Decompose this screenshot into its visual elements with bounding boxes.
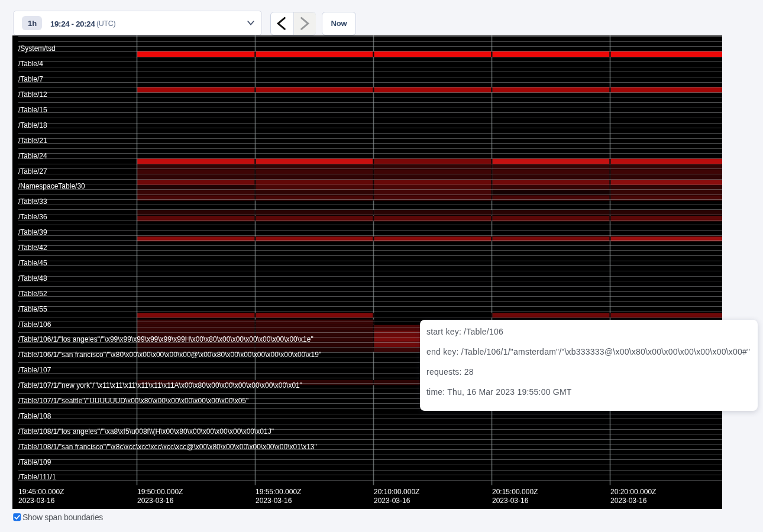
- svg-text:Now: Now: [331, 19, 348, 28]
- svg-text:/Table/42: /Table/42: [18, 244, 47, 252]
- svg-text:/Table/108: /Table/108: [18, 412, 51, 420]
- svg-text:/Table/109: /Table/109: [18, 458, 51, 466]
- svg-text:2023-03-16: 2023-03-16: [610, 497, 647, 505]
- svg-text:/Table/107/1/"seattle"/"UUUUUU: /Table/107/1/"seattle"/"UUUUUUD\x00\x80\…: [18, 397, 248, 405]
- svg-text:/Table/106: /Table/106: [18, 320, 51, 329]
- svg-text:2023-03-16: 2023-03-16: [492, 497, 529, 505]
- svg-text:/Table/106/1/"san francisco"/": /Table/106/1/"san francisco"/"\x80\x00\x…: [18, 351, 321, 359]
- svg-text:/Table/21: /Table/21: [18, 137, 47, 145]
- svg-text:(UTC): (UTC): [96, 20, 115, 28]
- svg-text:2023-03-16: 2023-03-16: [18, 497, 55, 505]
- svg-text:20:20:00.000Z: 20:20:00.000Z: [610, 488, 656, 496]
- svg-text:/Table/55: /Table/55: [18, 305, 47, 313]
- svg-text:/Table/36: /Table/36: [18, 213, 47, 221]
- svg-text:/Table/45: /Table/45: [18, 259, 47, 267]
- svg-text:/Table/24: /Table/24: [18, 152, 47, 160]
- svg-text:/Table/107/1/"new york"/"\x11\: /Table/107/1/"new york"/"\x11\x11\x11\x1…: [18, 381, 302, 390]
- svg-text:2023-03-16: 2023-03-16: [374, 497, 410, 505]
- svg-text:19:55:00.000Z: 19:55:00.000Z: [256, 488, 301, 496]
- svg-text:/Table/15: /Table/15: [18, 106, 47, 114]
- svg-text:20:10:00.000Z: 20:10:00.000Z: [374, 488, 419, 496]
- svg-text:1h: 1h: [28, 19, 37, 28]
- svg-text:/Table/107: /Table/107: [18, 366, 51, 374]
- svg-text:/Table/39: /Table/39: [18, 228, 47, 236]
- svg-text:19:50:00.000Z: 19:50:00.000Z: [137, 488, 183, 496]
- svg-text:2023-03-16: 2023-03-16: [137, 497, 174, 505]
- svg-text:/Table/33: /Table/33: [18, 197, 47, 206]
- svg-text:19:45:00.000Z: 19:45:00.000Z: [18, 488, 64, 496]
- svg-text:/Table/108/1/"san francisco"/": /Table/108/1/"san francisco"/"\x8c\xcc\x…: [18, 443, 317, 451]
- svg-text:19:24 - 20:24: 19:24 - 20:24: [50, 20, 95, 28]
- svg-text:/Table/27: /Table/27: [18, 167, 47, 176]
- svg-text:/Table/18: /Table/18: [18, 121, 47, 129]
- svg-text:/Table/4: /Table/4: [18, 60, 43, 68]
- svg-text:/Table/7: /Table/7: [18, 75, 43, 83]
- svg-text:/Table/111/1: /Table/111/1: [18, 473, 56, 481]
- svg-text:/Table/106/1/"los angeles"/"\x: /Table/106/1/"los angeles"/"\x99\x99\x99…: [18, 335, 313, 343]
- svg-text:/System/tsd: /System/tsd: [18, 44, 56, 53]
- svg-text:20:15:00.000Z: 20:15:00.000Z: [492, 488, 538, 496]
- svg-text:/Table/108/1/"los angeles"/"\x: /Table/108/1/"los angeles"/"\xa8\xf5\u00…: [18, 427, 274, 436]
- svg-text:/NamespaceTable/30: /NamespaceTable/30: [18, 182, 85, 190]
- svg-text:/Table/52: /Table/52: [18, 290, 47, 298]
- svg-text:2023-03-16: 2023-03-16: [256, 497, 292, 505]
- svg-text:/Table/48: /Table/48: [18, 274, 47, 283]
- svg-text:/Table/12: /Table/12: [18, 90, 47, 99]
